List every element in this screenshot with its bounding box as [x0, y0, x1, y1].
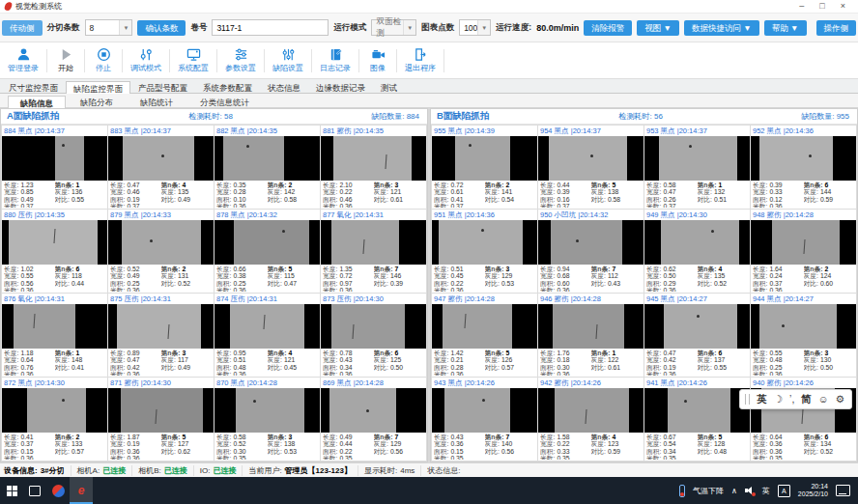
- defect-card-details: 长度: 0.58 宽度: 0.47 面积: 0.26 米数: 0.37 第n条:…: [644, 181, 750, 209]
- drag-handle-icon[interactable]: [745, 394, 750, 405]
- defect-card[interactable]: 878 黑点 |20:14:32 长度: 0.66 宽度: 0.38 面积: 0…: [214, 210, 320, 293]
- defect-card-header: 872 黑点 |20:14:30: [2, 378, 107, 388]
- defect-card[interactable]: 949 黑点 |20:14:30 长度: 0.62 宽度: 0.50 面积: 0…: [644, 210, 750, 293]
- weather-widget[interactable]: 气温下降: [693, 486, 724, 496]
- ime-mode-english[interactable]: 英: [757, 390, 767, 408]
- defect-image: [432, 304, 537, 349]
- moon-icon[interactable]: ☽: [774, 390, 783, 408]
- subtab-defect-distribution[interactable]: 缺陷分布: [68, 95, 126, 107]
- defect-card[interactable]: 943 黑点 |20:14:26 长度: 0.43 宽度: 0.36 面积: 0…: [432, 378, 537, 461]
- ime-mode-icon[interactable]: A: [778, 485, 790, 497]
- defect-card[interactable]: 880 压伤 |20:14:35 长度: 1.02 宽度: 0.55 面积: 0…: [2, 210, 107, 293]
- defect-card[interactable]: 942 擦伤 |20:14:26 长度: 1.58 宽度: 0.22 面积: 0…: [538, 378, 644, 461]
- taskbar-clock[interactable]: 20:142025/2/10: [798, 483, 828, 499]
- pinned-app-button[interactable]: [46, 477, 70, 504]
- subtab-defect-info[interactable]: 缺陷信息: [8, 96, 66, 108]
- operator-side-button[interactable]: 操作侧: [816, 20, 857, 36]
- defect-card[interactable]: 883 黑点 |20:14:37 长度: 0.47 宽度: 0.46 面积: 0…: [108, 126, 214, 209]
- defect-image: [538, 220, 644, 265]
- view-menu-button[interactable]: 视图 ▼: [637, 20, 679, 36]
- confirm-count-button[interactable]: 确认条数: [137, 20, 186, 36]
- defect-card[interactable]: 953 黑点 |20:14:37 长度: 0.58 宽度: 0.47 面积: 0…: [644, 126, 750, 209]
- speed-value: 80.0m/min: [536, 23, 579, 33]
- parameter-settings-button[interactable]: 参数设置: [219, 44, 262, 77]
- defect-card[interactable]: 950 小凹坑 |20:14:32 长度: 0.94 宽度: 0.68 面积: …: [538, 210, 644, 293]
- admin-login-button[interactable]: 管理登录: [2, 44, 44, 77]
- tab-size-monitor[interactable]: 尺寸监控界面: [1, 80, 66, 93]
- image-button[interactable]: 图像: [361, 44, 394, 77]
- start-button[interactable]: 开始: [49, 44, 82, 77]
- gear-icon[interactable]: ⚙: [836, 390, 844, 408]
- tab-product-config[interactable]: 产品型号配置: [130, 80, 195, 93]
- defect-card-details: 长度: 0.66 宽度: 0.38 面积: 0.25 米数: 0.36 第n条:…: [214, 265, 320, 293]
- defect-card[interactable]: 869 黑点 |20:14:28 长度: 0.49 宽度: 0.44 面积: 0…: [321, 378, 426, 461]
- defect-card[interactable]: 875 压伤 |20:14:31 长度: 0.89 宽度: 0.47 面积: 0…: [108, 294, 214, 377]
- exit-program-button[interactable]: 退出程序: [399, 44, 442, 77]
- data-access-menu-button[interactable]: 数据快捷访问 ▼: [684, 20, 759, 36]
- defect-card[interactable]: 877 氧化 |20:14:31 长度: 1.35 宽度: 0.72 面积: 0…: [321, 210, 426, 293]
- tab-test[interactable]: 测试: [373, 80, 405, 93]
- defect-card[interactable]: 952 黑点 |20:14:36 长度: 0.39 宽度: 0.33 面积: 0…: [751, 126, 856, 209]
- punctuation-icon[interactable]: ’,: [789, 390, 794, 408]
- emoji-icon[interactable]: ☺: [818, 390, 829, 408]
- touch-keyboard-icon[interactable]: [836, 485, 850, 496]
- defect-card[interactable]: 948 擦伤 |20:14:28 长度: 1.64 宽度: 0.24 面积: 0…: [751, 210, 856, 293]
- defect-card[interactable]: 879 黑点 |20:14:33 长度: 0.52 宽度: 0.49 面积: 0…: [108, 210, 214, 293]
- run-mode-select[interactable]: 双面检测 ▼: [371, 19, 416, 36]
- defect-card[interactable]: 876 氧化 |20:14:31 长度: 1.18 宽度: 0.64 面积: 0…: [2, 294, 107, 377]
- defect-card-header: 950 小凹坑 |20:14:32: [538, 210, 644, 220]
- defect-card-header: 881 擦伤 |20:14:35: [321, 126, 426, 136]
- slit-count-select[interactable]: 8 ▼: [85, 19, 133, 36]
- defect-card-details: 长度: 2.10 宽度: 0.22 面积: 0.46 米数: 0.36 第n条:…: [321, 181, 426, 209]
- inspection-app-icon: e: [78, 485, 85, 496]
- maximize-button[interactable]: □: [819, 2, 824, 11]
- defect-card[interactable]: 947 擦伤 |20:14:28 长度: 1.42 宽度: 0.21 面积: 0…: [432, 294, 537, 377]
- drive-side-button[interactable]: 传动侧: [2, 20, 43, 36]
- ime-language-indicator[interactable]: 英: [762, 486, 770, 496]
- roll-number-input[interactable]: [212, 19, 329, 36]
- start-menu-button[interactable]: [0, 477, 23, 504]
- defect-card[interactable]: 944 黑点 |20:14:27 长度: 0.55 宽度: 0.48 面积: 0…: [751, 294, 856, 377]
- ime-simplified-toggle[interactable]: 简: [801, 390, 812, 408]
- stop-button[interactable]: 停止: [87, 44, 120, 77]
- subtab-defect-stats[interactable]: 缺陷统计: [128, 95, 186, 107]
- defect-card[interactable]: 954 黑点 |20:14:37 长度: 0.44 宽度: 0.39 面积: 0…: [538, 126, 644, 209]
- defect-image: [108, 304, 214, 349]
- run-mode-label: 运行模式: [333, 22, 366, 34]
- tab-defect-monitor[interactable]: 缺陷监控界面: [66, 81, 130, 94]
- minimize-button[interactable]: –: [799, 2, 804, 11]
- defect-card-details: 长度: 0.58 宽度: 0.52 面积: 0.30 米数: 0.35 第n条:…: [214, 433, 320, 461]
- tab-system-params[interactable]: 系统参数配置: [195, 80, 260, 93]
- defect-card[interactable]: 873 压伤 |20:14:30 长度: 0.78 宽度: 0.43 面积: 0…: [321, 294, 426, 377]
- clear-alarm-button[interactable]: 清除报警: [584, 20, 632, 36]
- defect-card[interactable]: 874 压伤 |20:14:31 长度: 0.95 宽度: 0.51 面积: 0…: [214, 294, 320, 377]
- tray-expand-icon[interactable]: ∧: [731, 487, 737, 495]
- defect-card[interactable]: 872 黑点 |20:14:30 长度: 0.41 宽度: 0.37 面积: 0…: [2, 378, 107, 461]
- defect-image: [108, 136, 214, 181]
- subtab-class-info-stats[interactable]: 分类信息统计: [187, 95, 262, 107]
- chart-points-select[interactable]: 100 ▼: [459, 19, 491, 36]
- defect-card[interactable]: 884 黑点 |20:14:37 长度: 1.23 宽度: 0.85 面积: 0…: [2, 126, 107, 209]
- help-menu-button[interactable]: 帮助 ▼: [764, 20, 807, 36]
- log-record-button[interactable]: 日志记录: [314, 44, 357, 77]
- defect-card[interactable]: 946 擦伤 |20:14:28 长度: 1.76 宽度: 0.18 面积: 0…: [538, 294, 644, 377]
- defect-card-header: 940 擦伤 |20:14:26: [751, 378, 856, 388]
- system-config-button[interactable]: 系统配置: [172, 44, 214, 77]
- defect-card[interactable]: 881 擦伤 |20:14:35 长度: 2.10 宽度: 0.22 面积: 0…: [321, 126, 426, 209]
- defect-card[interactable]: 941 黑点 |20:14:26 长度: 0.67 宽度: 0.54 面积: 0…: [644, 378, 750, 461]
- tab-status-info[interactable]: 状态信息: [260, 80, 308, 93]
- debug-mode-button[interactable]: 调试模式: [125, 44, 167, 77]
- close-button[interactable]: ×: [841, 2, 845, 11]
- defect-settings-button[interactable]: 缺陷设置: [267, 44, 309, 77]
- task-view-button[interactable]: [23, 477, 46, 504]
- defect-image: [321, 220, 426, 265]
- inspection-app-button[interactable]: e: [70, 477, 93, 504]
- defect-card[interactable]: 951 黑点 |20:14:36 长度: 0.51 宽度: 0.45 面积: 0…: [432, 210, 537, 293]
- defect-card[interactable]: 870 黑点 |20:14:28 长度: 0.58 宽度: 0.52 面积: 0…: [214, 378, 320, 461]
- defect-card[interactable]: 871 擦伤 |20:14:30 长度: 1.87 宽度: 0.19 面积: 0…: [108, 378, 214, 461]
- defect-card[interactable]: 955 黑点 |20:14:39 长度: 0.72 宽度: 0.61 面积: 0…: [432, 126, 537, 209]
- speaker-icon[interactable]: [745, 487, 755, 495]
- tab-edge-data[interactable]: 边缘数据记录: [308, 80, 373, 93]
- defect-card[interactable]: 882 黑点 |20:14:35 长度: 0.35 宽度: 0.28 面积: 0…: [214, 126, 320, 209]
- defect-card[interactable]: 945 黑点 |20:14:27 长度: 0.47 宽度: 0.42 面积: 0…: [644, 294, 750, 377]
